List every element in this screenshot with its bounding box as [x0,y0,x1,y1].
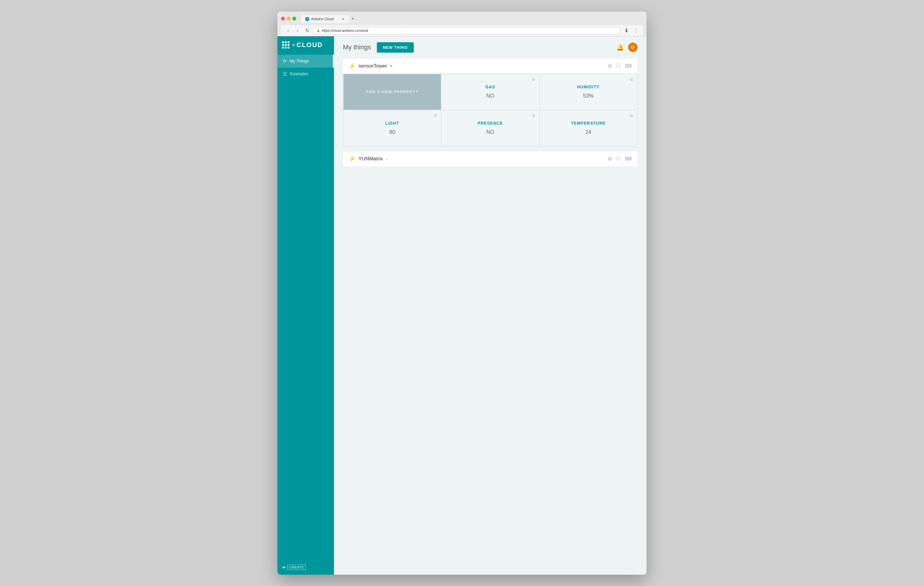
property-value-presence: NO [486,129,494,135]
things-section: ⚡ sensorTower ▾ ⊞ ⓘ ⌨ ADD A N [334,59,647,180]
info-button-yun[interactable]: ⓘ [616,156,620,162]
tab-favicon: ∞ [305,17,309,21]
browser-tabs: ∞ Arduino Cloud × + [301,15,357,23]
sidebar-item-label: Examples [290,71,308,76]
thing-header-right: ⊞ ⓘ ⌨ [608,63,632,69]
user-avatar[interactable]: U [628,43,638,52]
bolt-icon-yun: ⚡ [349,156,355,162]
add-property-card[interactable]: ADD A NEW PROPERTY [343,74,441,110]
gear-icon-temperature[interactable]: ⚙ [630,114,634,118]
thing-header-right-yun: ⊞ ⓘ ⌨ [608,156,632,162]
info-button[interactable]: ⓘ [616,63,620,69]
thing-header-sensor-tower: ⚡ sensorTower ▾ ⊞ ⓘ ⌨ [343,59,638,74]
property-value-temperature: 24 [585,129,591,135]
thing-card-sensor-tower: ⚡ sensorTower ▾ ⊞ ⓘ ⌨ ADD A N [343,59,638,146]
download-button[interactable]: ⬇ [623,27,630,34]
browser-maximize-button[interactable] [292,16,296,21]
property-name-gas: GAS [485,84,495,89]
topbar: My things NEW THING 🔔 U [334,36,647,59]
sidebar: > CLOUD ⟳ My Things ☰ Examples ∞ CREATE [277,36,334,575]
property-name-presence: PRESENCE [477,121,503,125]
sidebar-item-label: My Things [290,59,309,63]
thing-header-left-yun: ⚡ YUNMatrix › [349,156,388,162]
property-card-light: ⚙ LIGHT 80 [343,110,441,146]
property-value-light: 80 [389,129,395,135]
footer-logo-symbol: ∞ [282,565,285,570]
browser-minimize-button[interactable] [287,16,290,21]
notification-bell[interactable]: 🔔 [617,44,624,51]
sidebar-nav: ⟳ My Things ☰ Examples [277,53,334,560]
topbar-left: My things NEW THING [343,42,414,53]
browser-addressbar: ‹ › ↻ 🔒 https://cloud.arduino.cc/cloud ⬇… [281,25,643,36]
sidebar-item-examples[interactable]: ☰ Examples [277,67,334,80]
terminal-button[interactable]: ⌨ [625,63,632,69]
sidebar-header: > CLOUD [277,36,334,53]
property-name-temperature: TEMPERATURE [571,121,606,125]
browser-menu-button[interactable]: ⋮ [632,27,639,34]
thing-name: sensorTower [358,63,387,69]
sidebar-logo: > CLOUD [292,41,323,49]
lock-icon: 🔒 [317,29,320,32]
property-card-gas: ⚙ GAS NO [441,74,539,110]
thing-name-yun: YUNMatrix [358,156,383,162]
sidebar-footer: ∞ CREATE [277,560,334,575]
grid-menu-icon[interactable] [282,41,289,48]
property-value-gas: NO [486,93,494,99]
property-value-humidity: 53% [583,93,594,99]
browser-tab[interactable]: ∞ Arduino Cloud × [301,15,348,23]
main-content: My things NEW THING 🔔 U [334,36,647,575]
sidebar-item-my-things[interactable]: ⟳ My Things [277,55,334,67]
app-container: > CLOUD ⟳ My Things ☰ Examples ∞ CREATE [277,36,647,575]
property-name-light: LIGHT [385,121,399,125]
avatar-initial: U [631,45,634,50]
my-things-icon: ⟳ [283,58,287,64]
properties-grid: ADD A NEW PROPERTY ⚙ GAS NO ⚙ HUMIDITY [343,74,638,146]
grid-view-button[interactable]: ⊞ [608,63,612,69]
terminal-button-yun[interactable]: ⌨ [625,156,632,161]
tab-favicon-text: ∞ [306,18,308,20]
gear-icon-light[interactable]: ⚙ [434,114,437,118]
add-property-label: ADD A NEW PROPERTY [366,89,419,94]
property-card-humidity: ⚙ HUMIDITY 53% [540,74,637,110]
gear-icon-gas[interactable]: ⚙ [532,77,536,82]
thing-header-left: ⚡ sensorTower ▾ [349,63,392,69]
logo-text: CLOUD [297,41,323,49]
browser-titlebar: ∞ Arduino Cloud × + [281,15,643,23]
footer-create-label: CREATE [287,565,306,570]
refresh-button[interactable]: ↻ [304,27,311,34]
examples-icon: ☰ [283,71,287,77]
tab-title: Arduino Cloud [311,17,334,21]
url-text: https://cloud.arduino.cc/cloud [322,28,368,33]
browser-chrome: ∞ Arduino Cloud × + ‹ › ↻ 🔒 https://clou… [277,12,647,36]
property-card-temperature: ⚙ TEMPERATURE 24 [540,110,637,146]
gear-icon-humidity[interactable]: ⚙ [630,77,634,82]
forward-button[interactable]: › [294,27,301,34]
tab-close-button[interactable]: × [342,17,345,21]
back-button[interactable]: ‹ [285,27,292,34]
new-tab-button[interactable]: + [348,15,357,23]
logo-arrow: > [292,43,295,47]
thing-expand-button[interactable]: ▾ [390,63,392,69]
property-name-humidity: HUMIDITY [577,84,599,89]
thing-header-yun-matrix: ⚡ YUNMatrix › ⊞ ⓘ ⌨ [343,151,638,166]
bolt-icon: ⚡ [349,63,355,69]
grid-view-button-yun[interactable]: ⊞ [608,156,612,161]
thing-card-yun-matrix: ⚡ YUNMatrix › ⊞ ⓘ ⌨ [343,151,638,166]
new-thing-button[interactable]: NEW THING [377,42,414,53]
bell-icon: 🔔 [617,44,624,51]
browser-close-button[interactable] [281,16,285,21]
topbar-right: 🔔 U [617,43,638,52]
property-card-presence: ⚙ PRESENCE NO [441,110,539,146]
page-title: My things [343,43,371,51]
browser-window: ∞ Arduino Cloud × + ‹ › ↻ 🔒 https://clou… [277,12,647,575]
address-bar[interactable]: 🔒 https://cloud.arduino.cc/cloud [313,27,620,34]
thing-expand-button-yun[interactable]: › [386,156,387,161]
gear-icon-presence[interactable]: ⚙ [532,114,536,118]
